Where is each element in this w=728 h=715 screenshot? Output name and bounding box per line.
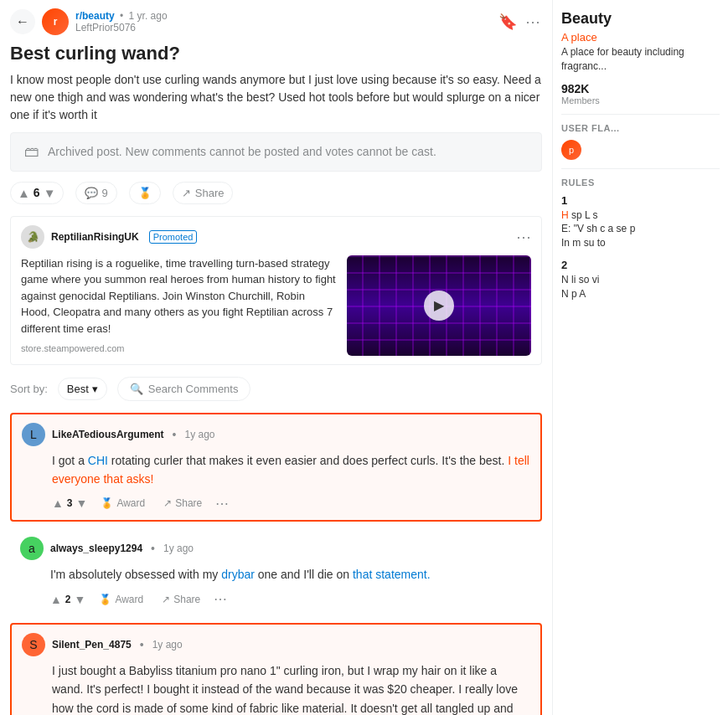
promoted-post: 🐊 ReptilianRisingUK Promoted ⋯ Reptilian… bbox=[10, 216, 542, 365]
comment-body: I got a CHI rotating curler that makes i… bbox=[22, 451, 530, 489]
comment-downvote[interactable]: ▼ bbox=[75, 593, 86, 606]
comment-share-button[interactable]: ↗ Share bbox=[158, 495, 207, 512]
award-button[interactable]: 🏅 bbox=[129, 182, 161, 204]
sort-dropdown[interactable]: Best ▾ bbox=[58, 378, 107, 400]
share-icon: ↗ bbox=[182, 187, 191, 199]
comment-section: L LikeATediousArgument • 1y ago I got a … bbox=[10, 413, 542, 715]
vote-group: ▲ 6 ▼ bbox=[10, 182, 64, 204]
main-content: ← r r/beauty • 1 yr. ago LeftPrior5076 🔖… bbox=[0, 0, 552, 715]
comment-award-button[interactable]: 🏅 Award bbox=[96, 495, 150, 512]
post-actions-right: 🔖 ⋯ bbox=[497, 11, 542, 33]
more-options-button[interactable]: ⋯ bbox=[524, 11, 542, 33]
share-icon: ↗ bbox=[162, 594, 170, 605]
sort-value: Best bbox=[67, 383, 89, 395]
share-label: Share bbox=[195, 187, 225, 199]
archive-icon: 🗃 bbox=[24, 143, 39, 161]
post-time: 1 yr. ago bbox=[129, 10, 168, 22]
comment-avatar: a bbox=[20, 537, 44, 560]
ad-body: Reptilian rising is a roguelike, time tr… bbox=[21, 255, 531, 356]
post-username: LeftPrior5076 bbox=[75, 22, 490, 33]
ad-image[interactable]: ▶ bbox=[347, 255, 531, 356]
sidebar-rules: 1 H sp L sE: "V sh c a se pIn m su to 2 … bbox=[561, 194, 720, 301]
comment-vote-count: 2 bbox=[65, 594, 71, 605]
comment-award-button[interactable]: 🏅 Award bbox=[94, 591, 148, 608]
comment-downvote[interactable]: ▼ bbox=[76, 496, 88, 510]
vote-count: 6 bbox=[34, 186, 40, 199]
comment-avatar: L bbox=[22, 423, 45, 446]
comment-body: I'm absolutely obsessed with my drybar o… bbox=[20, 565, 532, 584]
sidebar-divider-2 bbox=[561, 168, 720, 169]
comment-username[interactable]: LikeATediousArgument bbox=[52, 429, 164, 440]
mod-avatar: p bbox=[561, 140, 581, 160]
comment-avatar: S bbox=[22, 633, 45, 656]
rule-text: H sp L sE: "V sh c a se pIn m su to bbox=[561, 208, 720, 250]
comment-item: L LikeATediousArgument • 1y ago I got a … bbox=[10, 413, 542, 522]
rule-text: N li so viN p A bbox=[561, 273, 720, 301]
sort-label: Sort by: bbox=[10, 383, 48, 395]
upvote-button[interactable]: ▲ bbox=[18, 186, 30, 200]
comment-time: 1y ago bbox=[163, 543, 194, 554]
comment-body: I just bought a Babyliss titanium pro na… bbox=[22, 661, 530, 715]
play-button[interactable]: ▶ bbox=[424, 291, 454, 321]
comment-username[interactable]: always_sleepy1294 bbox=[50, 543, 142, 554]
archived-banner: 🗃 Archived post. New comments cannot be … bbox=[10, 132, 542, 172]
chevron-down-icon: ▾ bbox=[92, 383, 98, 395]
comment-upvote[interactable]: ▲ bbox=[52, 496, 64, 510]
ad-text: Reptilian rising is a roguelike, time tr… bbox=[21, 255, 337, 356]
ad-image-bg: ▶ bbox=[347, 255, 531, 356]
comment-more-button[interactable]: ⋯ bbox=[215, 496, 229, 512]
share-button[interactable]: ↗ Share bbox=[173, 182, 234, 204]
comment-count: 9 bbox=[102, 187, 108, 199]
comment-time: 1y ago bbox=[184, 429, 214, 440]
ad-more-button[interactable]: ⋯ bbox=[516, 228, 531, 246]
drybar-link[interactable]: drybar bbox=[221, 568, 255, 581]
comment-share-button[interactable]: ↗ Share bbox=[157, 591, 205, 608]
rule-number: 1 bbox=[561, 194, 720, 207]
share-icon: ↗ bbox=[163, 497, 172, 509]
chi-link[interactable]: CHI bbox=[88, 454, 108, 467]
post-body: I know most people don't use curling wan… bbox=[10, 71, 542, 124]
post-meta-top: r/beauty • 1 yr. ago bbox=[75, 10, 490, 22]
bookmark-button[interactable]: 🔖 bbox=[497, 11, 519, 33]
sidebar-rule-2: 2 N li so viN p A bbox=[561, 259, 720, 301]
subreddit-name[interactable]: r/beauty bbox=[75, 10, 115, 22]
ad-description: Reptilian rising is a roguelike, time tr… bbox=[21, 255, 337, 337]
sidebar-rules-title: RULES bbox=[561, 177, 720, 188]
sidebar-mod-item: p bbox=[561, 140, 720, 160]
sidebar: Beauty A place A place for beauty includ… bbox=[552, 0, 728, 715]
award-label: Award bbox=[115, 594, 143, 605]
share-label: Share bbox=[173, 594, 200, 605]
comment-vote-count: 3 bbox=[67, 497, 73, 509]
search-comments-button[interactable]: 🔍 Search Comments bbox=[117, 377, 251, 401]
ad-link[interactable]: store.steampowered.com bbox=[21, 342, 337, 356]
comment-more-button[interactable]: ⋯ bbox=[214, 591, 227, 607]
sidebar-rule-1: 1 H sp L sE: "V sh c a se pIn m su to bbox=[561, 194, 720, 250]
comment-username[interactable]: Silent_Pen_4875 bbox=[52, 639, 132, 651]
comments-button[interactable]: 💬 9 bbox=[75, 182, 117, 204]
comment-header: S Silent_Pen_4875 • 1y ago bbox=[22, 633, 530, 656]
comment-actions: ▲ 3 ▼ 🏅 Award ↗ Share ⋯ bbox=[22, 495, 530, 512]
promoted-badge: Promoted bbox=[149, 230, 198, 244]
award-label: Award bbox=[116, 497, 145, 509]
back-button[interactable]: ← bbox=[10, 9, 35, 34]
archived-notice: Archived post. New comments cannot be po… bbox=[48, 145, 436, 158]
search-comments-label: Search Comments bbox=[148, 383, 239, 395]
ad-avatar: 🐊 bbox=[21, 225, 44, 249]
post-actions: ▲ 6 ▼ 💬 9 🏅 ↗ Share bbox=[10, 182, 542, 204]
comment-upvote[interactable]: ▲ bbox=[50, 593, 62, 606]
sidebar-members-label: Members bbox=[561, 95, 720, 105]
rule-number: 2 bbox=[561, 259, 720, 271]
comment-item: S Silent_Pen_4875 • 1y ago I just bought… bbox=[10, 623, 542, 715]
comment-item: a always_sleepy1294 • 1y ago I'm absolut… bbox=[10, 528, 542, 615]
comment-time: 1y ago bbox=[152, 639, 183, 651]
award-icon: 🏅 bbox=[101, 497, 113, 509]
sidebar-desc: A place for beauty includingfragranc... bbox=[561, 45, 720, 74]
ad-header: 🐊 ReptilianRisingUK Promoted ⋯ bbox=[21, 225, 531, 249]
ad-username[interactable]: ReptilianRisingUK bbox=[51, 231, 139, 243]
subreddit-avatar: r bbox=[42, 8, 69, 35]
downvote-button[interactable]: ▼ bbox=[44, 186, 56, 200]
comment-header: a always_sleepy1294 • 1y ago bbox=[20, 537, 532, 560]
award-icon: 🏅 bbox=[138, 187, 152, 199]
comment-icon: 💬 bbox=[85, 187, 98, 199]
post-header: ← r r/beauty • 1 yr. ago LeftPrior5076 🔖… bbox=[10, 8, 542, 35]
